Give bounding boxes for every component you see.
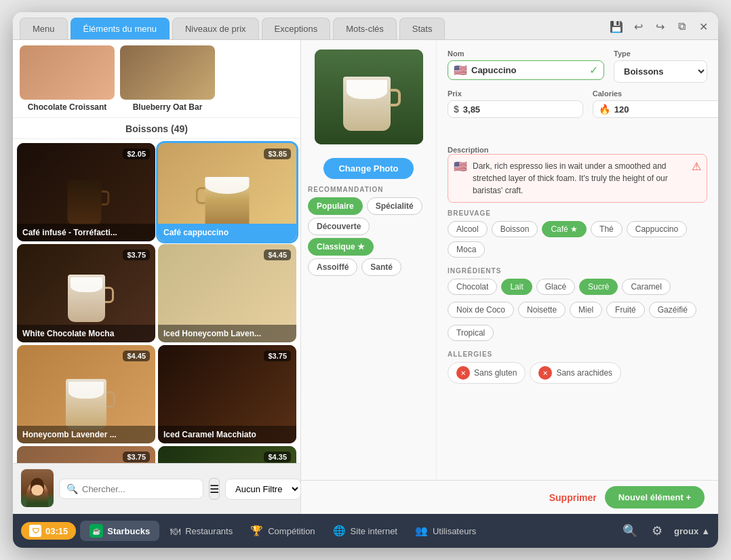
tag-noix[interactable]: Noix de Coco (448, 302, 514, 318)
price-iced-cara: $3.75 (264, 351, 291, 361)
search-input[interactable] (82, 484, 196, 494)
prix-input[interactable] (463, 104, 577, 115)
bev-card-cafe-infuse[interactable]: $2.05 Café infusé - Torréfacti... (17, 143, 155, 241)
taskbar-app[interactable]: ☕ Starbucks (80, 521, 159, 541)
description-box[interactable]: 🇺🇸 Dark, rich espresso lies in wait unde… (448, 154, 707, 203)
tag-glace[interactable]: Glacé (536, 279, 575, 295)
nom-type-row: Nom 🇺🇸 ✓ Type Boissons (448, 49, 707, 83)
tag-caramel[interactable]: Caramel (622, 279, 670, 295)
undo-button[interactable]: ↩ (630, 18, 646, 35)
nom-input[interactable] (471, 65, 585, 75)
taskbar-user[interactable]: groux ▲ (674, 526, 710, 536)
nom-input-row[interactable]: 🇺🇸 ✓ (448, 60, 604, 80)
tag-noisette[interactable]: Noisette (518, 302, 566, 318)
tag-cafe[interactable]: Café ★ (542, 221, 587, 237)
label-honeycomb: Honeycomb Lavender ... (17, 426, 155, 443)
tag-chocolat[interactable]: Chocolat (448, 279, 497, 295)
left-panel: Chocolate Croissant Blueberry Oat Bar Bo… (13, 40, 301, 514)
tag-alcool[interactable]: Alcool (448, 221, 488, 237)
search-taskbar-button[interactable]: 🔍 (620, 521, 640, 541)
tag-miel[interactable]: Miel (570, 302, 602, 318)
no-arachides-icon (538, 366, 552, 380)
recommandation-tags: Populaire Spécialité (308, 197, 429, 215)
tag-tropical[interactable]: Tropical (448, 325, 494, 341)
nom-label: Nom (448, 49, 604, 58)
settings-button[interactable]: ⚙ (647, 521, 667, 541)
timer-display: 03:15 (45, 526, 68, 536)
bev-card-iced-cara[interactable]: $3.75 Iced Caramel Macchiato (158, 345, 296, 443)
top-item-croissant[interactable]: Chocolate Croissant (20, 45, 115, 112)
list-view-button[interactable]: ☰ (209, 478, 220, 500)
tag-assoiffe[interactable]: Assoiffé (308, 258, 357, 276)
tag-lait[interactable]: Lait (501, 279, 532, 295)
bev-card-white-mocha[interactable]: $3.75 White Chocolate Mocha (17, 244, 155, 342)
tag-specialite[interactable]: Spécialité (367, 197, 422, 215)
right-bottom-bar: Supprimer Nouvel élément + (301, 480, 718, 514)
app-window: Menu Éléments du menu Niveaux de prix Ex… (13, 12, 718, 548)
taskbar-nav-competition[interactable]: 🏆 Compétition (243, 521, 321, 540)
username: groux (674, 526, 698, 536)
tab-stats[interactable]: Stats (399, 18, 446, 39)
tab-menu[interactable]: Menu (20, 18, 68, 39)
bev-card-honeycomb[interactable]: $4.45 Honeycomb Lavender ... (17, 345, 155, 443)
tag-decouverte[interactable]: Découverte (308, 218, 370, 235)
tag-sucre[interactable]: Sucré (579, 279, 618, 295)
taskbar-nav-users[interactable]: 👥 Utilisateurs (408, 521, 483, 540)
top-item-oatbar[interactable]: Blueberry Oat Bar (120, 45, 215, 112)
delete-button[interactable]: Supprimer (549, 492, 597, 503)
copy-button[interactable]: ⧉ (673, 18, 690, 35)
tag-the[interactable]: Thé (591, 221, 623, 237)
allergy-gluten[interactable]: Sans gluten (448, 362, 526, 384)
type-select[interactable]: Boissons (614, 60, 707, 83)
ingredients-section: INGRÉDIENTS Chocolat Lait Glacé Sucré Ca… (448, 267, 707, 344)
window-actions: 💾 ↩ ↪ ⧉ ✕ (608, 18, 711, 39)
tab-pricing[interactable]: Niveaux de prix (172, 18, 259, 39)
tab-keywords[interactable]: Mots-clés (333, 18, 397, 39)
calories-label: Calories (593, 89, 718, 98)
allergy-arachides[interactable]: Sans arachides (530, 362, 621, 384)
tag-sante[interactable]: Santé (361, 258, 401, 276)
tag-moca[interactable]: Moca (448, 241, 485, 258)
label-iced-honey: Iced Honeycomb Laven... (158, 325, 296, 342)
price-white-mocha: $3.75 (123, 249, 150, 260)
right-panel: Change Photo RECOMMANDATION Populaire Sp… (301, 40, 718, 514)
taskbar-right: 🔍 ⚙ groux ▲ (620, 521, 710, 541)
filter-select[interactable]: Aucun Filtre (225, 479, 301, 500)
tag-gazeifie[interactable]: Gazéifié (649, 302, 696, 318)
search-icon: 🔍 (66, 483, 78, 494)
bev-card-cappuccino[interactable]: $3.85 Café cappuccino (158, 143, 296, 241)
top-item-croissant-label: Chocolate Croissant (28, 102, 107, 112)
tag-populaire[interactable]: Populaire (308, 197, 363, 215)
photo-section: Change Photo RECOMMANDATION Populaire Sp… (301, 40, 437, 480)
tab-exceptions[interactable]: Exceptions (262, 18, 331, 39)
taskbar-nav-restaurants[interactable]: 🍽 Restaurants (163, 522, 239, 540)
close-button[interactable]: ✕ (695, 18, 711, 35)
allergies-label: ALLERGIES (448, 351, 707, 358)
bev-card-7[interactable]: $3.75 (17, 446, 155, 463)
prix-input-row[interactable]: $ (448, 100, 583, 118)
save-button[interactable]: 💾 (608, 18, 625, 35)
breuvage-tags: Alcool Boisson Café ★ Thé Cappuccino Moc… (448, 221, 707, 258)
competition-icon: 🏆 (250, 525, 263, 537)
no-gluten-icon (456, 366, 470, 380)
flag-icon-desc: 🇺🇸 (454, 160, 467, 173)
tag-fruite[interactable]: Fruité (606, 302, 645, 318)
search-box[interactable]: 🔍 (59, 479, 203, 499)
tag-cappuccino[interactable]: Cappuccino (627, 221, 687, 237)
tab-elements[interactable]: Éléments du menu (71, 18, 170, 39)
redo-button[interactable]: ↪ (652, 18, 668, 35)
bev-card-iced-honey[interactable]: $4.45 Iced Honeycomb Laven... (158, 244, 296, 342)
change-photo-button[interactable]: Change Photo (323, 158, 413, 179)
ingredient-tags-2: Noix de Coco Noisette Miel Fruité Gazéif… (448, 302, 707, 318)
tag-classique[interactable]: Classique ★ (308, 238, 374, 256)
taskbar-nav-site[interactable]: 🌐 Site internet (326, 521, 404, 540)
calories-input[interactable] (614, 104, 718, 115)
error-icon: ⚠ (692, 160, 701, 173)
nav-competition-label: Compétition (268, 526, 315, 536)
add-button[interactable]: Nouvel élément + (605, 486, 705, 508)
bev-card-8[interactable]: $4.35 (158, 446, 296, 463)
calories-input-row[interactable]: 🔥 (593, 100, 718, 118)
recommandation-section: RECOMMANDATION Populaire Spécialité Déco… (308, 186, 429, 279)
shield-icon: 🛡 (29, 525, 41, 537)
tag-boisson[interactable]: Boisson (492, 221, 538, 237)
